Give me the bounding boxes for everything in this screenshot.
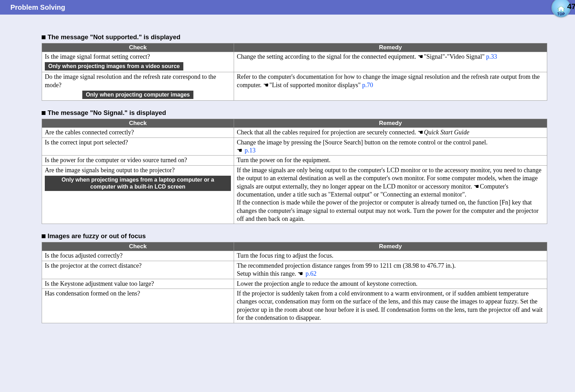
check-text: Are the cables connected correctly? [45,129,134,136]
remedy-text: Change the setting according to the sign… [237,53,418,60]
condition-badge: Only when projecting images from a lapto… [45,176,231,191]
check-text: Is the power for the computer or video s… [45,157,187,164]
check-text: Is the correct input port selected? [45,139,128,146]
header-title: Problem Solving [10,3,65,11]
pointer-icon: ☛ [418,53,423,61]
remedy-text: The recommended projection distance rang… [237,262,456,269]
table-row: Is the power for the computer or video s… [42,156,547,165]
pointer-icon: ☛ [237,147,242,155]
check-text: Has condensation formed on the lens? [45,290,140,297]
page-number: 47 [567,2,575,11]
table-fuzzy: Check Remedy Is the focus adjusted corre… [42,242,547,323]
th-remedy: Remedy [234,242,547,251]
table-no-signal: Check Remedy Are the cables connected co… [42,119,547,224]
check-text: Are the image signals being output to th… [45,167,175,174]
remedy-text: Setup within this range. [237,270,298,277]
page-link[interactable]: p.33 [486,53,497,60]
check-text: Is the image signal format setting corre… [45,53,150,60]
section-title-text: Images are fuzzy or out of focus [48,232,146,240]
table-row: Is the image signal format setting corre… [42,52,547,72]
check-text: Do the image signal resolution and the r… [45,73,216,88]
th-check: Check [42,242,234,251]
table-not-supported: Check Remedy Is the image signal format … [42,43,547,101]
check-text: Is the focus adjusted correctly? [45,252,123,259]
remedy-text: Turn the power on for the equipment. [237,157,331,164]
section-title-fuzzy: Images are fuzzy or out of focus [42,232,547,240]
table-row: Is the Keystone adjustment value too lar… [42,279,547,289]
pointer-icon: ☛ [474,183,479,191]
table-row: Is the focus adjusted correctly? Turn th… [42,251,547,261]
th-check: Check [42,43,234,52]
pointer-icon: ☛ [263,81,269,89]
page-link[interactable]: p.13 [244,147,256,154]
svg-marker-0 [558,6,565,11]
home-icon [556,5,566,12]
remedy-text: If the projector is suddenly taken from … [237,290,543,321]
remedy-ref: "List of supported monitor displays" [269,82,362,89]
condition-badge: Only when projecting images from a video… [45,62,183,70]
table-row: Do the image signal resolution and the r… [42,72,547,101]
remedy-text: If the connection is made while the powe… [237,199,539,222]
section-title-no-signal: The message "No Signal." is displayed [42,109,547,117]
section-title-not-supported: The message "Not supported." is displaye… [42,33,547,41]
th-remedy: Remedy [234,119,547,128]
remedy-ref: "Signal"-"Video Signal" [424,53,486,60]
table-row: Are the image signals being output to th… [42,165,547,224]
condition-badge: Only when projecting computer images [82,91,193,99]
th-remedy: Remedy [234,43,547,52]
table-row: Are the cables connected correctly? Chec… [42,128,547,137]
table-row: Has condensation formed on the lens? If … [42,289,547,323]
section-title-text: The message "No Signal." is displayed [48,109,166,117]
remedy-text: Turn the focus ring to adjust the focus. [237,252,333,259]
table-row: Is the correct input port selected? Chan… [42,137,547,156]
section-title-text: The message "Not supported." is displaye… [48,33,181,41]
page-link[interactable]: p.62 [306,270,317,277]
pointer-icon: ☛ [298,270,303,278]
check-text: Is the projector at the correct distance… [45,262,142,269]
top-badge-label: TOP [557,12,565,16]
page-header: Problem Solving 47 TOP [0,0,575,15]
check-text: Is the Keystone adjustment value too lar… [45,280,154,287]
th-check: Check [42,119,234,128]
page-link[interactable]: p.70 [362,82,373,89]
content: The message "Not supported." is displaye… [0,15,575,337]
pointer-icon: ☛ [418,128,423,136]
remedy-text: Check that all the cables required for p… [237,129,418,136]
remedy-text: Change the image by pressing the [Source… [237,139,488,146]
table-row: Is the projector at the correct distance… [42,261,547,279]
remedy-ref-italic: Quick Start Guide [424,129,469,136]
remedy-text: Lower the projection angle to reduce the… [237,280,417,287]
